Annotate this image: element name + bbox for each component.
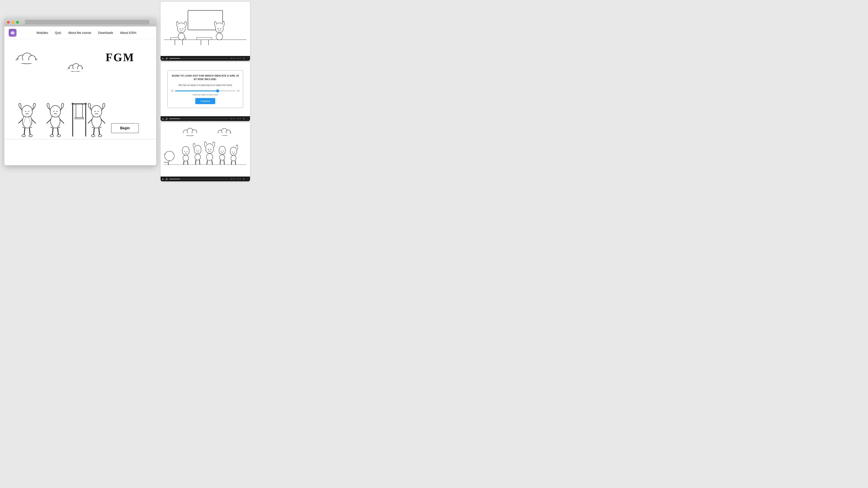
svg-point-82 [183, 155, 189, 161]
preview-content-1 [161, 2, 250, 56]
nav-modules[interactable]: Modules [36, 31, 48, 34]
svg-point-58 [180, 28, 181, 29]
begin-button[interactable]: Begin [111, 123, 139, 133]
svg-point-59 [182, 28, 183, 29]
svg-point-77 [165, 151, 174, 161]
browser-window: Modules Quiz About the course Downloads … [4, 18, 156, 165]
svg-line-19 [24, 127, 25, 135]
svg-point-33 [50, 135, 54, 137]
slider-track[interactable] [175, 91, 236, 91]
play-button-3[interactable]: ▶ [162, 178, 164, 180]
nav-about-iosh[interactable]: About IOSH [120, 31, 136, 34]
minimize-button[interactable] [11, 21, 14, 24]
svg-line-102 [224, 160, 224, 165]
close-button[interactable] [7, 21, 10, 24]
svg-rect-11 [16, 60, 37, 63]
radio-left[interactable] [171, 90, 174, 92]
svg-rect-75 [218, 133, 231, 135]
svg-point-106 [231, 155, 236, 161]
svg-point-93 [211, 149, 211, 150]
svg-rect-16 [68, 69, 83, 71]
radio-right[interactable] [237, 90, 239, 92]
svg-point-86 [196, 150, 197, 151]
svg-rect-54 [196, 37, 212, 40]
cloud-2 [67, 63, 83, 69]
progress-bar-3[interactable] [169, 179, 229, 180]
quiz-box: SIGNS TO LOOK OUT FOR WHICH INDICATE A G… [167, 70, 243, 108]
svg-point-4 [12, 31, 13, 31]
continue-button[interactable]: Continue [195, 98, 215, 104]
fullscreen-icon-2[interactable]: ⛶ [246, 118, 248, 120]
title-bar [4, 18, 156, 27]
classroom-scene [164, 7, 247, 51]
svg-point-94 [206, 154, 213, 161]
group-scene [164, 128, 247, 171]
svg-point-47 [91, 135, 95, 137]
app-logo [9, 29, 17, 37]
preview-card-2: SIGNS TO LOOK OUT FOR WHICH INDICATE A G… [161, 62, 250, 121]
play-button-1[interactable]: ▶ [162, 57, 164, 60]
svg-point-48 [98, 135, 102, 137]
svg-point-88 [195, 154, 200, 160]
svg-line-101 [220, 160, 220, 165]
preview-content-3 [161, 122, 250, 176]
svg-line-108 [235, 161, 236, 165]
volume-button-1[interactable]: 🔊 [165, 57, 168, 60]
preview-card-3: ▶ 🔊 00:17 / 01:47 ⚙ ⛶ [161, 122, 250, 181]
nav-quiz[interactable]: Quiz [55, 31, 61, 34]
nav-downloads[interactable]: Downloads [98, 31, 113, 34]
settings-icon-3[interactable]: ⚙ [243, 178, 245, 180]
slider-thumb[interactable] [216, 89, 219, 92]
preview-card-1: ▶ 🔊 00:17 / 01:47 ⚙ ⛶ [161, 2, 250, 61]
svg-rect-6 [13, 34, 14, 34]
url-bar[interactable] [25, 20, 149, 25]
volume-button-2[interactable]: 🔊 [165, 118, 168, 120]
progress-bar-1[interactable] [169, 58, 229, 59]
maximize-button[interactable] [16, 21, 19, 24]
main-content: FGM [4, 39, 156, 165]
svg-line-83 [184, 161, 184, 165]
svg-line-107 [231, 161, 232, 165]
nav-links: Modules Quiz About the course Downloads … [36, 31, 136, 35]
svg-point-63 [220, 28, 221, 29]
svg-point-104 [232, 152, 233, 153]
svg-rect-40 [75, 118, 84, 119]
video-controls-3: ▶ 🔊 00:17 / 01:47 ⚙ ⛶ [161, 176, 250, 181]
settings-icon-2[interactable]: ⚙ [243, 118, 245, 120]
svg-point-99 [223, 151, 224, 152]
nav-about-course[interactable]: About the course [68, 31, 91, 34]
svg-point-105 [235, 152, 235, 153]
browser-area: Modules Quiz About the course Downloads … [0, 0, 161, 183]
svg-rect-70 [183, 133, 197, 135]
nav-bar: Modules Quiz About the course Downloads … [4, 27, 156, 39]
play-button-2[interactable]: ▶ [162, 118, 164, 120]
fgm-title: FGM [106, 51, 134, 64]
settings-icon-1[interactable]: ⚙ [243, 57, 245, 60]
fullscreen-icon-1[interactable]: ⛶ [246, 57, 248, 60]
svg-point-25 [22, 135, 25, 137]
svg-point-100 [220, 155, 225, 160]
svg-rect-0 [11, 32, 14, 34]
cloud-1 [15, 52, 37, 61]
svg-point-64 [216, 33, 223, 40]
svg-point-2 [13, 32, 14, 33]
character-girl-3 [83, 101, 111, 140]
right-panel: ▶ 🔊 00:17 / 01:47 ⚙ ⛶ SIGNS TO LOOK OUT … [161, 0, 252, 183]
progress-bar-2[interactable] [169, 119, 229, 119]
svg-point-60 [178, 33, 185, 40]
svg-point-1 [11, 32, 12, 33]
slider-label: Move the slider to learn more [171, 94, 239, 96]
svg-point-80 [184, 152, 185, 152]
svg-line-29 [52, 127, 53, 135]
character-girl-1 [13, 101, 41, 140]
svg-point-98 [221, 151, 222, 152]
character-girl-2 [41, 101, 69, 140]
video-controls-2: ▶ 🔊 00:17 / 01:47 ⚙ ⛶ [161, 116, 250, 121]
svg-point-92 [208, 149, 209, 150]
svg-rect-5 [11, 34, 12, 34]
volume-button-3[interactable]: 🔊 [165, 178, 168, 180]
svg-point-87 [198, 150, 199, 151]
fullscreen-icon-3[interactable]: ⛶ [246, 178, 248, 180]
svg-line-84 [187, 161, 188, 165]
robot-icon [10, 30, 15, 35]
